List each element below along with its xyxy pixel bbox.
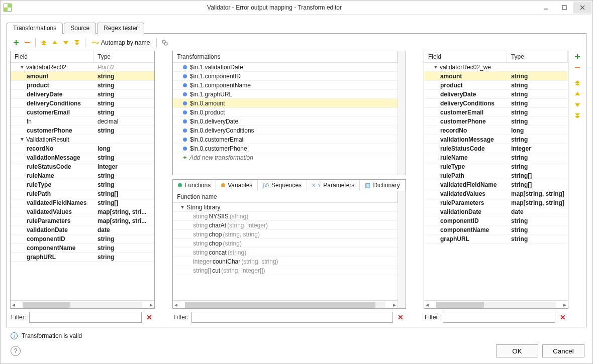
tab-transformations[interactable]: Transformations — [7, 23, 63, 34]
move-up-icon[interactable] — [50, 38, 60, 48]
tree-field[interactable]: recordNolong — [424, 126, 568, 135]
tree-field[interactable]: amountstring — [424, 72, 568, 81]
clear-filter-icon[interactable]: ✕ — [396, 313, 405, 321]
tree-field[interactable]: ruleStatusCodeinteger — [424, 144, 568, 153]
left-filter-input[interactable] — [29, 312, 142, 323]
tree-field[interactable]: ruleTypestring — [424, 162, 568, 171]
output-fields-tree[interactable]: Field Type validatorRec02_weamountstring… — [424, 51, 568, 309]
tree-field[interactable]: ruleNamestring — [424, 153, 568, 162]
tree-field[interactable]: componentNamestring — [424, 225, 568, 234]
tree-field[interactable]: validationMessagestring — [424, 135, 568, 144]
remove-icon[interactable] — [572, 63, 582, 73]
tree-field[interactable]: ruleParametersmap[string, string] — [424, 198, 568, 207]
automap-button[interactable]: Automap by name — [88, 38, 153, 48]
cancel-button[interactable]: Cancel — [542, 344, 584, 357]
tree-field[interactable]: ruleStatusCodeinteger — [11, 162, 154, 171]
tree-field[interactable]: amountstring — [11, 72, 154, 81]
tree-field[interactable]: componentIDstring — [11, 234, 154, 244]
transform-item[interactable]: $in.0.amount — [173, 99, 398, 108]
transform-item[interactable]: $in.1.componentName — [173, 81, 398, 90]
subtab-functions[interactable]: Functions — [173, 180, 216, 191]
tree-field[interactable]: validatedFieldNamesstring[] — [11, 198, 154, 207]
tree-field[interactable]: rulePathstring[] — [11, 189, 154, 198]
tree-field[interactable]: componentNamestring — [11, 244, 154, 253]
function-item[interactable]: string NYSIIS(string) — [173, 212, 398, 221]
v-scrollbar[interactable] — [398, 51, 406, 175]
tab-regex-tester[interactable]: Regex tester — [97, 23, 144, 34]
tree-field[interactable]: ruleParametersmap[string, stri... — [11, 216, 154, 225]
tree-field[interactable]: validatedValuesmap[string, stri... — [11, 207, 154, 216]
tree-port[interactable]: validatorRec02Port 0 — [11, 63, 154, 72]
h-scrollbar[interactable]: ◂▸ — [173, 300, 398, 308]
tree-field[interactable]: recordNolong — [11, 144, 154, 153]
tree-field[interactable]: deliveryConditionsstring — [11, 99, 154, 108]
tree-field[interactable]: customerEmailstring — [11, 108, 154, 117]
tree-field[interactable]: validationDatedate — [424, 207, 568, 216]
move-down-icon[interactable] — [572, 100, 582, 110]
transform-item[interactable]: $in.0.product — [173, 108, 398, 117]
function-group[interactable]: String library — [173, 203, 398, 212]
add-icon[interactable] — [572, 52, 582, 62]
tree-field[interactable]: graphURLstring — [11, 253, 154, 262]
tree-field[interactable]: productstring — [424, 81, 568, 90]
subtab-sequences[interactable]: {x}Sequences — [258, 180, 307, 191]
function-item[interactable]: string concat(string) — [173, 248, 398, 257]
tree-port[interactable]: validatorRec02_we — [424, 63, 568, 72]
move-down-icon[interactable] — [61, 38, 71, 48]
transform-item[interactable]: $in.1.validationDate — [173, 63, 398, 72]
h-scrollbar[interactable]: ◂▸ — [424, 300, 568, 308]
tree-field[interactable]: ruleNamestring — [11, 171, 154, 180]
tree-field[interactable]: customerPhonestring — [424, 117, 568, 126]
h-scrollbar[interactable]: ◂▸ — [11, 300, 154, 308]
clear-filter-icon[interactable]: ✕ — [145, 313, 154, 321]
move-top-icon[interactable] — [39, 38, 49, 48]
tree-field[interactable]: validationMessagestring — [11, 153, 154, 162]
center-filter-input[interactable] — [191, 312, 393, 323]
move-top-icon[interactable] — [572, 78, 582, 88]
function-item[interactable]: string chop(string, string) — [173, 230, 398, 239]
subtab-variables[interactable]: Variables — [216, 180, 258, 191]
function-item[interactable]: string charAt(string, integer) — [173, 221, 398, 230]
transform-item[interactable]: $in.0.deliveryDate — [173, 117, 398, 126]
v-scrollbar[interactable] — [398, 191, 406, 308]
maximize-button[interactable] — [555, 2, 573, 14]
tree-field[interactable]: validatedValuesmap[string, string] — [424, 189, 568, 198]
tree-field[interactable]: rulePathstring[] — [424, 171, 568, 180]
tree-field[interactable]: componentIDstring — [424, 216, 568, 225]
tree-field[interactable]: graphURLstring — [424, 234, 568, 244]
function-item[interactable]: string chop(string) — [173, 239, 398, 248]
add-transformation[interactable]: +Add new transformation — [173, 153, 398, 162]
tree-field[interactable]: ruleTypestring — [11, 180, 154, 189]
tab-source[interactable]: Source — [64, 23, 96, 34]
tree-field[interactable]: validationDatedate — [11, 225, 154, 234]
transform-item[interactable]: $in.1.graphURL — [173, 90, 398, 99]
function-item[interactable]: string[] cut(string, integer[]) — [173, 266, 398, 275]
tree-field[interactable]: fndecimal — [11, 117, 154, 126]
transform-item[interactable]: $in.1.componentID — [173, 72, 398, 81]
move-up-icon[interactable] — [572, 89, 582, 99]
right-filter-input[interactable] — [443, 312, 555, 323]
tree-field[interactable]: deliveryDatestring — [11, 90, 154, 99]
input-fields-tree[interactable]: Field Type validatorRec02Port 0amountstr… — [10, 51, 155, 309]
minimize-button[interactable] — [537, 2, 555, 14]
transform-item[interactable]: $in.0.customerEmail — [173, 135, 398, 144]
move-bottom-icon[interactable] — [72, 38, 82, 48]
clear-filter-icon[interactable]: ✕ — [558, 313, 567, 321]
ok-button[interactable]: OK — [496, 344, 538, 357]
add-icon[interactable] — [11, 38, 21, 48]
subtab-parameters[interactable]: X=YParameters — [307, 180, 360, 191]
tree-field[interactable]: productstring — [11, 81, 154, 90]
tree-port[interactable]: ValidationResult — [11, 135, 154, 144]
tree-field[interactable]: deliveryDatestring — [424, 90, 568, 99]
remove-icon[interactable] — [22, 38, 32, 48]
close-button[interactable] — [573, 2, 591, 14]
help-button[interactable]: ? — [11, 346, 21, 356]
functions-list[interactable]: String librarystring NYSIIS(string)strin… — [173, 203, 398, 300]
tree-field[interactable]: customerEmailstring — [424, 108, 568, 117]
transform-item[interactable]: $in.0.deliveryConditions — [173, 126, 398, 135]
transform-item[interactable]: $in.0.customerPhone — [173, 144, 398, 153]
move-bottom-icon[interactable] — [572, 111, 582, 121]
subtab-dictionary[interactable]: ▥Dictionary — [360, 180, 405, 191]
tree-field[interactable]: customerPhonestring — [11, 126, 154, 135]
function-item[interactable]: integer countChar(string, string) — [173, 257, 398, 266]
